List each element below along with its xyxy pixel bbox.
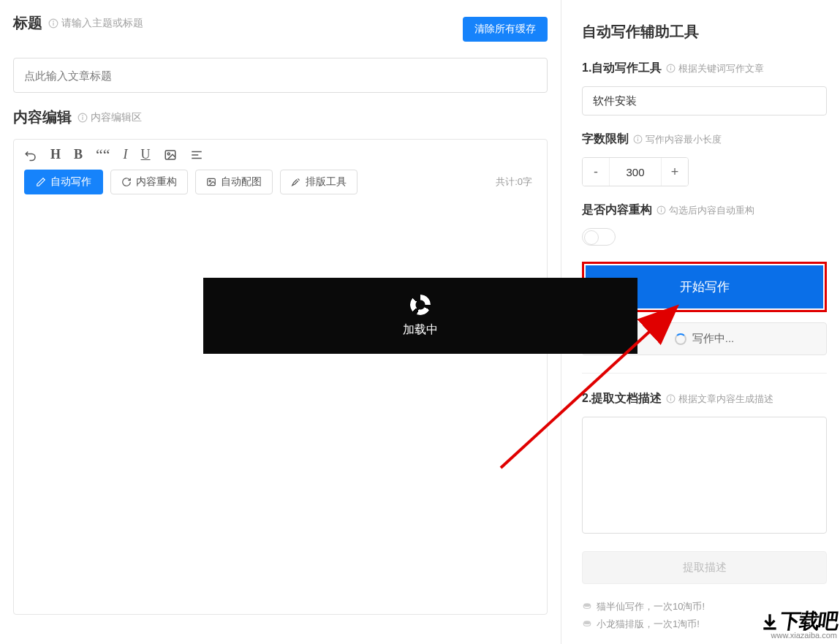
quote-button[interactable]: ““	[96, 150, 110, 160]
info-icon	[666, 394, 676, 404]
article-title-input[interactable]	[13, 58, 548, 93]
info-icon	[666, 64, 676, 73]
sidebar-title: 自动写作辅助工具	[582, 22, 827, 42]
extract-desc-hint: 根据文章内容生成描述	[666, 393, 773, 406]
restructure-button[interactable]: 内容重构	[110, 170, 188, 194]
auto-write-button[interactable]: 自动写作	[24, 170, 103, 194]
pencil-icon	[36, 177, 46, 187]
svg-point-25	[583, 603, 590, 607]
svg-point-2	[53, 20, 54, 21]
image-icon[interactable]	[164, 148, 177, 162]
stepper-plus-button[interactable]: +	[662, 158, 688, 186]
layout-tool-button[interactable]: 排版工具	[280, 170, 357, 194]
image-icon	[206, 177, 216, 187]
info-icon	[657, 205, 666, 215]
keyword-input[interactable]	[582, 86, 827, 115]
download-arrow-icon	[760, 612, 779, 631]
auto-write-tool-hint: 根据关键词写作文章	[666, 62, 764, 75]
restructure-toggle[interactable]	[582, 228, 616, 246]
svg-point-24	[671, 397, 672, 398]
spinner-icon	[675, 333, 686, 345]
info-icon	[633, 135, 643, 144]
svg-point-5	[83, 115, 83, 115]
coin-icon	[582, 602, 592, 612]
word-limit-stepper: - +	[582, 157, 689, 186]
editor-container: H B ““ I U 自动写作 内容重构	[13, 139, 548, 615]
refresh-icon	[121, 177, 132, 187]
divider	[582, 373, 827, 374]
info-icon	[48, 18, 58, 29]
info-icon	[77, 113, 88, 123]
svg-point-12	[209, 181, 211, 182]
content-edit-hint: 内容编辑区	[77, 111, 142, 124]
editor-textarea[interactable]	[14, 205, 547, 614]
description-textarea[interactable]	[582, 417, 827, 534]
stepper-input[interactable]	[609, 158, 662, 186]
underline-button[interactable]: U	[141, 147, 151, 162]
undo-icon[interactable]	[24, 148, 37, 162]
svg-point-18	[637, 137, 638, 138]
auto-image-button[interactable]: 自动配图	[195, 170, 273, 194]
loading-spinner-icon	[410, 295, 431, 315]
title-section-label: 标题	[13, 13, 42, 33]
heading-button[interactable]: H	[50, 147, 61, 162]
word-count: 共计:0字	[496, 175, 537, 189]
italic-button[interactable]: I	[124, 147, 128, 162]
bold-button[interactable]: B	[74, 147, 83, 162]
title-hint: 请输入主题或标题	[48, 17, 143, 30]
svg-point-21	[661, 208, 662, 209]
auto-write-tool-label: 1.自动写作工具	[582, 61, 662, 76]
extract-desc-label: 2.提取文档描述	[582, 391, 662, 406]
watermark: 下载吧 www.xiazaiba.com	[757, 606, 840, 640]
restructure-hint: 勾选后内容自动重构	[657, 204, 754, 217]
svg-point-26	[583, 621, 590, 624]
svg-point-15	[671, 67, 672, 67]
restructure-label: 是否内容重构	[582, 202, 652, 218]
tool-icon	[291, 177, 301, 187]
extract-description-button[interactable]: 提取描述	[582, 551, 827, 584]
clear-cache-button[interactable]: 清除所有缓存	[463, 17, 548, 42]
loading-overlay: 加载中	[203, 278, 637, 354]
coin-icon	[582, 619, 592, 629]
content-edit-label: 内容编辑	[13, 107, 72, 127]
svg-point-7	[167, 153, 170, 155]
stepper-minus-button[interactable]: -	[583, 158, 609, 186]
loading-text: 加载中	[403, 322, 438, 338]
word-limit-label: 字数限制	[582, 132, 629, 147]
align-icon[interactable]	[190, 148, 203, 162]
word-limit-hint: 写作内容最小长度	[633, 133, 722, 146]
